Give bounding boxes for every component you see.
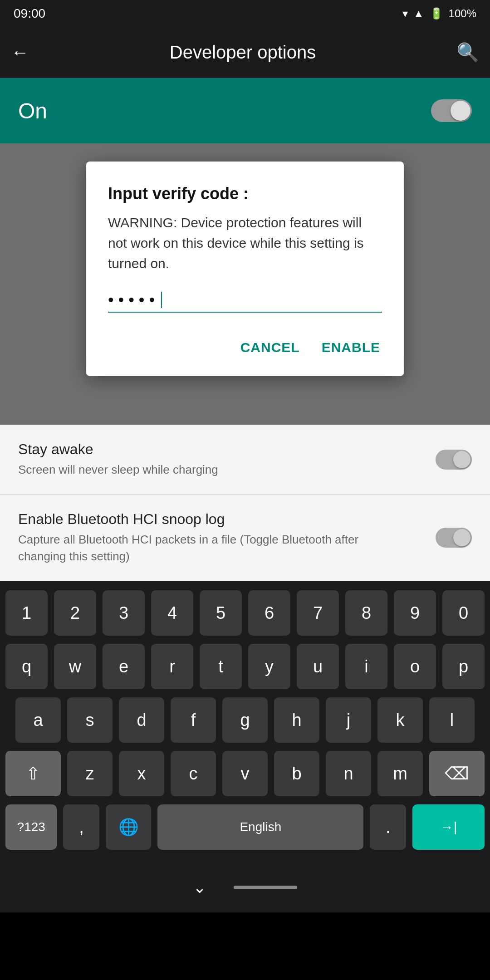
- keyboard-row-qwerty: q w e r t y u i o p: [5, 644, 485, 689]
- key-p[interactable]: p: [442, 644, 485, 689]
- settings-list: Stay awake Screen will never sleep while…: [0, 425, 490, 581]
- key-j[interactable]: j: [326, 697, 371, 743]
- stay-awake-subtitle: Screen will never sleep while charging: [18, 461, 218, 478]
- key-k[interactable]: k: [377, 697, 423, 743]
- backspace-key[interactable]: ⌫: [429, 751, 485, 796]
- time: 09:00: [14, 6, 45, 21]
- key-h[interactable]: h: [274, 697, 319, 743]
- back-button[interactable]: ←: [11, 42, 29, 63]
- verify-code-input-wrapper[interactable]: •••••: [108, 292, 382, 313]
- bluetooth-hci-subtitle: Capture all Bluetooth HCI packets in a f…: [18, 531, 390, 564]
- cancel-button[interactable]: CANCEL: [239, 335, 302, 360]
- bluetooth-hci-title: Enable Bluetooth HCI snoop log: [18, 511, 390, 528]
- key-l[interactable]: l: [429, 697, 475, 743]
- stay-awake-toggle[interactable]: [436, 450, 472, 470]
- keyboard-row-asdf: a s d f g h j k l: [5, 697, 485, 743]
- shift-key[interactable]: ⇧: [5, 751, 61, 796]
- bluetooth-hci-toggle[interactable]: [436, 528, 472, 548]
- enable-button[interactable]: ENABLE: [320, 335, 382, 360]
- key-3[interactable]: 3: [103, 590, 145, 636]
- key-1[interactable]: 1: [5, 590, 48, 636]
- key-z[interactable]: z: [67, 751, 113, 796]
- page-title: Developer options: [40, 42, 446, 63]
- settings-background: Input verify code : WARNING: Device prot…: [0, 143, 490, 425]
- developer-options-toggle[interactable]: [431, 99, 472, 122]
- verify-code-dialog: Input verify code : WARNING: Device prot…: [86, 162, 404, 376]
- key-u[interactable]: u: [297, 644, 339, 689]
- space-key[interactable]: English: [157, 804, 363, 850]
- verify-code-dots: •••••: [108, 292, 159, 308]
- keyboard-row-bottom: ?123 , 🌐 English . →|: [5, 804, 485, 850]
- key-a[interactable]: a: [15, 697, 61, 743]
- key-7[interactable]: 7: [297, 590, 339, 636]
- app-bar: ← Developer options 🔍: [0, 27, 490, 78]
- verify-code-dialog-wrapper: Input verify code : WARNING: Device prot…: [0, 143, 490, 376]
- stay-awake-title: Stay awake: [18, 441, 218, 458]
- key-2[interactable]: 2: [54, 590, 96, 636]
- key-t[interactable]: t: [200, 644, 242, 689]
- home-pill[interactable]: [234, 886, 297, 889]
- key-x[interactable]: x: [119, 751, 164, 796]
- text-cursor: [161, 292, 162, 308]
- key-s[interactable]: s: [67, 697, 113, 743]
- bottom-navigation: ⌄: [0, 867, 490, 912]
- dialog-message: WARNING: Device protection features will…: [108, 212, 382, 274]
- bluetooth-hci-item[interactable]: Enable Bluetooth HCI snoop log Capture a…: [0, 495, 490, 581]
- developer-options-toggle-row: On: [0, 78, 490, 143]
- key-m[interactable]: m: [377, 751, 423, 796]
- keyboard: 1 2 3 4 5 6 7 8 9 0 q w e r t y u i o p …: [0, 581, 490, 867]
- key-q[interactable]: q: [5, 644, 48, 689]
- key-o[interactable]: o: [394, 644, 436, 689]
- search-button[interactable]: 🔍: [456, 42, 479, 63]
- key-6[interactable]: 6: [248, 590, 290, 636]
- keyboard-row-zxcv: ⇧ z x c v b n m ⌫: [5, 751, 485, 796]
- key-v[interactable]: v: [222, 751, 268, 796]
- dialog-buttons: CANCEL ENABLE: [108, 335, 382, 360]
- comma-key[interactable]: ,: [63, 804, 99, 850]
- key-8[interactable]: 8: [345, 590, 387, 636]
- key-y[interactable]: y: [248, 644, 290, 689]
- key-b[interactable]: b: [274, 751, 319, 796]
- battery-icon: 🔋: [430, 7, 443, 20]
- period-key[interactable]: .: [370, 804, 406, 850]
- on-off-label: On: [18, 98, 47, 123]
- key-g[interactable]: g: [222, 697, 268, 743]
- symbols-key[interactable]: ?123: [5, 804, 57, 850]
- battery-percent: 100%: [449, 7, 476, 20]
- key-d[interactable]: d: [119, 697, 164, 743]
- key-r[interactable]: r: [151, 644, 193, 689]
- key-i[interactable]: i: [345, 644, 387, 689]
- keyboard-row-numbers: 1 2 3 4 5 6 7 8 9 0: [5, 590, 485, 636]
- status-bar: 09:00 ▾ ▲ 🔋 100%: [0, 0, 490, 27]
- globe-key[interactable]: 🌐: [106, 804, 151, 850]
- key-0[interactable]: 0: [442, 590, 485, 636]
- key-e[interactable]: e: [103, 644, 145, 689]
- dialog-title: Input verify code :: [108, 184, 382, 203]
- signal-icon: ▲: [413, 7, 424, 20]
- key-4[interactable]: 4: [151, 590, 193, 636]
- status-icons: ▾ ▲ 🔋 100%: [402, 7, 476, 20]
- key-f[interactable]: f: [171, 697, 216, 743]
- key-c[interactable]: c: [171, 751, 216, 796]
- action-key[interactable]: →|: [412, 804, 485, 850]
- nav-back-chevron[interactable]: ⌄: [193, 878, 206, 897]
- key-5[interactable]: 5: [200, 590, 242, 636]
- wifi-icon: ▾: [402, 7, 408, 20]
- key-w[interactable]: w: [54, 644, 96, 689]
- key-9[interactable]: 9: [394, 590, 436, 636]
- stay-awake-item[interactable]: Stay awake Screen will never sleep while…: [0, 425, 490, 495]
- key-n[interactable]: n: [326, 751, 371, 796]
